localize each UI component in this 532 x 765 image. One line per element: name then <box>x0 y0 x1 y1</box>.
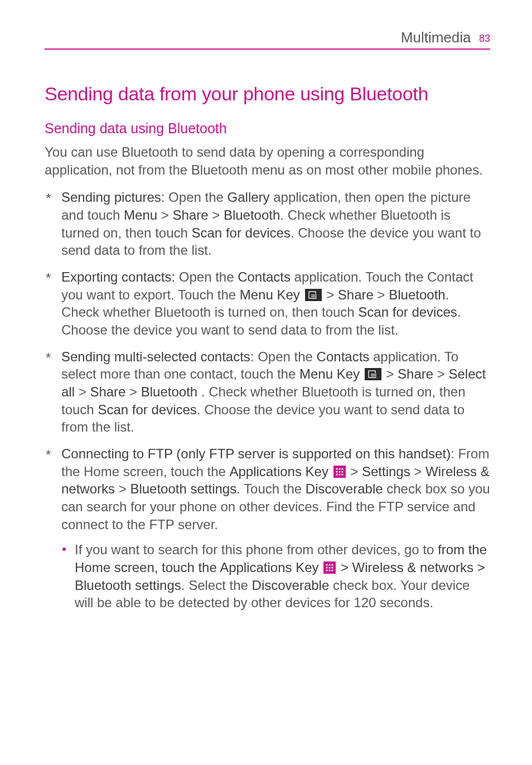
ui-term: Menu <box>124 207 157 222</box>
svg-point-23 <box>326 564 328 566</box>
ui-term: Bluetooth settings <box>130 481 236 496</box>
ui-term: Gallery <box>228 190 270 205</box>
menu-key-icon <box>365 367 381 379</box>
ui-term: Share <box>398 366 433 381</box>
body-text: . Touch the <box>236 481 306 496</box>
ui-term: Share <box>338 287 374 302</box>
ui-term: Bluetooth <box>141 384 197 399</box>
body-text: . Select the <box>181 578 252 593</box>
list-item: Exporting contacts: Open the Contacts ap… <box>45 268 490 339</box>
list-item: Sending pictures: Open the Gallery appli… <box>45 188 490 259</box>
page-number: 83 <box>479 33 490 44</box>
body-text: > <box>386 366 398 381</box>
ui-term: Scan for devices <box>98 402 196 417</box>
svg-point-19 <box>336 473 337 475</box>
svg-rect-2 <box>311 294 318 298</box>
body-text: > <box>433 366 448 381</box>
svg-point-16 <box>336 471 337 472</box>
svg-point-24 <box>329 564 331 566</box>
svg-point-14 <box>338 468 340 469</box>
page-content: Multimedia 83 Sending data from your pho… <box>0 0 532 654</box>
ui-term: Contacts <box>238 269 291 284</box>
ui-term: Contacts <box>317 349 370 364</box>
body-text: Open the <box>175 269 238 284</box>
svg-point-15 <box>341 468 343 469</box>
page-header: Multimedia 83 <box>45 29 490 50</box>
svg-point-13 <box>336 468 337 469</box>
ui-term: Discoverable <box>252 578 330 593</box>
lead-term: Sending pictures <box>61 190 161 205</box>
ui-term: Menu Key <box>240 287 300 302</box>
ui-term: Applications Key <box>230 464 328 479</box>
body-text: > <box>350 464 362 479</box>
svg-point-17 <box>338 471 340 472</box>
ui-term: Settings <box>362 464 410 479</box>
body-text: > <box>115 481 130 496</box>
ui-term: Scan for devices <box>192 225 291 240</box>
svg-point-25 <box>332 564 333 566</box>
body-text: : Open the <box>161 190 228 205</box>
body-text: > <box>374 287 389 302</box>
ui-term: Share <box>173 207 209 222</box>
list-item: Sending multi-selected contacts: Open th… <box>45 348 490 436</box>
body-text: > <box>157 207 172 222</box>
bulleted-list: Sending pictures: Open the Gallery appli… <box>45 188 490 612</box>
intro-paragraph: You can use Bluetooth to send data by op… <box>45 143 490 178</box>
lead-term: Exporting contacts: <box>61 269 175 284</box>
svg-point-21 <box>341 473 343 475</box>
lead-term: Connecting to FTP (only FTP server is su… <box>61 446 451 461</box>
body-text: > <box>125 384 141 399</box>
section-label: Multimedia <box>401 29 471 46</box>
svg-point-26 <box>326 567 328 569</box>
body-text: : Open the <box>250 349 317 364</box>
body-text: > <box>75 384 90 399</box>
svg-point-28 <box>332 567 333 569</box>
sub-list-item: If you want to search for this phone fro… <box>61 541 490 612</box>
ui-term: Share <box>90 384 125 399</box>
list-item: Connecting to FTP (only FTP server is su… <box>45 445 490 612</box>
ui-term: Discoverable <box>306 481 383 496</box>
body-text: If you want to search for this phone fro… <box>75 542 438 557</box>
svg-point-27 <box>329 567 331 569</box>
body-text: > <box>410 464 425 479</box>
applications-key-icon <box>323 560 336 573</box>
page-title: Sending data from your phone using Bluet… <box>45 83 490 105</box>
svg-rect-8 <box>371 373 378 377</box>
svg-point-29 <box>326 570 328 572</box>
applications-key-icon <box>333 464 346 477</box>
ui-term: Scan for devices <box>358 304 457 319</box>
svg-point-18 <box>341 471 343 472</box>
svg-point-31 <box>332 570 333 572</box>
body-text: > <box>326 287 338 302</box>
section-subtitle: Sending data using Bluetooth <box>45 120 490 137</box>
body-text: > <box>209 207 224 222</box>
svg-point-20 <box>338 473 340 475</box>
svg-point-30 <box>329 570 331 572</box>
ui-term: Menu Key <box>299 366 360 381</box>
menu-key-icon <box>305 288 322 300</box>
ui-term: Bluetooth <box>224 207 280 222</box>
ui-term: Bluetooth <box>389 287 445 302</box>
lead-term: Sending multi-selected contacts <box>61 349 250 364</box>
